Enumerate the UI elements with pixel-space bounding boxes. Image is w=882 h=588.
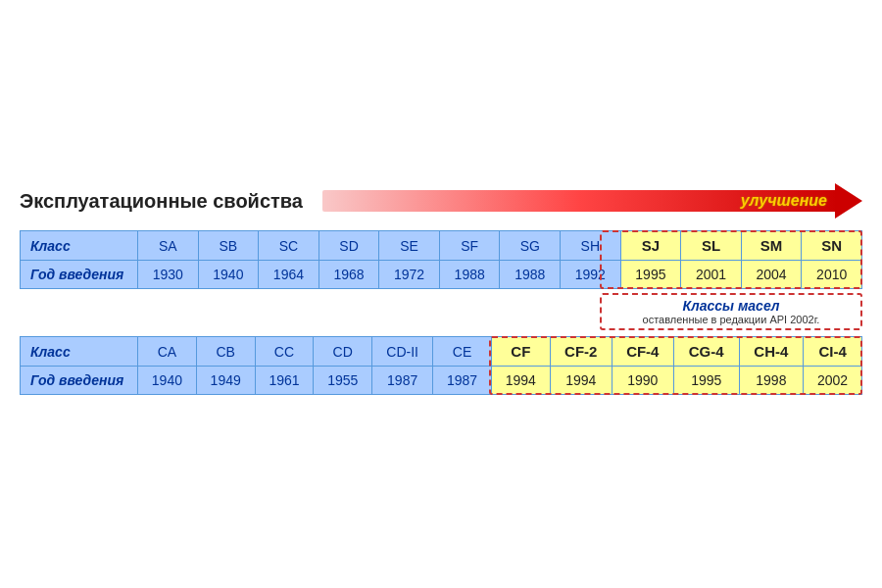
table2-year-CF4: 1990 — [612, 367, 673, 395]
table2-year-CH4: 1998 — [739, 367, 804, 395]
table2-year-CA: 1940 — [138, 367, 197, 395]
table2-class-CH4: CH-4 — [739, 337, 804, 367]
arrow-container: улучшение — [322, 183, 862, 219]
table1-year-SH: 1992 — [561, 261, 621, 289]
table2-wrapper: Класс CA CB CC CD CD-II CE CF CF-2 CF-4 … — [20, 336, 862, 395]
table2-year-CF2: 1994 — [550, 367, 612, 395]
table1-class-SC: SC — [259, 231, 319, 261]
table1-class-SL: SL — [681, 231, 742, 261]
page-title: Эксплуатационные свойства — [20, 190, 303, 213]
table1-class-SA: SA — [138, 231, 199, 261]
table1-class-SE: SE — [379, 231, 440, 261]
note-box: Классы масел оставленные в редакции API … — [600, 293, 862, 330]
table1-year-SD: 1968 — [318, 261, 379, 289]
table2-class-CC: CC — [255, 337, 314, 367]
table2-class-CA: CA — [138, 337, 197, 367]
table1-row1: Класс SA SB SC SD SE SF SG SH SJ SL SM S… — [21, 231, 862, 261]
table2-class-CDII: CD-II — [372, 337, 433, 367]
table1-year-SG: 1988 — [500, 261, 561, 289]
improvement-label: улучшение — [741, 192, 827, 210]
table1-class-SB: SB — [198, 231, 259, 261]
table2-class-CF4: CF-4 — [612, 337, 673, 367]
table1-year-SC: 1964 — [259, 261, 319, 289]
table1-class-SN: SN — [802, 231, 862, 261]
table1-year-label: Год введения — [21, 261, 138, 289]
table1-row2: Год введения 1930 1940 1964 1968 1972 19… — [21, 261, 862, 289]
table2-year-CF: 1994 — [491, 367, 550, 395]
table1-year-SJ: 1995 — [620, 261, 681, 289]
table1-class-SJ: SJ — [620, 231, 681, 261]
table1-class-SM: SM — [741, 231, 802, 261]
table1: Класс SA SB SC SD SE SF SG SH SJ SL SM S… — [20, 230, 862, 289]
table1-class-SF: SF — [439, 231, 500, 261]
table1-year-SL: 2001 — [681, 261, 742, 289]
table2-year-CD: 1955 — [314, 367, 372, 395]
table1-class-label: Класс — [21, 231, 138, 261]
table1-class-SD: SD — [318, 231, 379, 261]
table2-class-CF: CF — [491, 337, 550, 367]
table1-year-SA: 1930 — [138, 261, 199, 289]
table1-year-SB: 1940 — [198, 261, 259, 289]
table2-class-CG4: CG-4 — [673, 337, 739, 367]
table2-year-CDII: 1987 — [372, 367, 433, 395]
table2-class-CD: CD — [314, 337, 372, 367]
table2: Класс CA CB CC CD CD-II CE CF CF-2 CF-4 … — [20, 336, 862, 395]
table1-year-SF: 1988 — [439, 261, 500, 289]
table2-year-label: Год введения — [21, 367, 138, 395]
table1-year-SN: 2010 — [802, 261, 862, 289]
table2-year-CE: 1987 — [433, 367, 492, 395]
table1-year-SM: 2004 — [741, 261, 802, 289]
table2-class-CF2: CF-2 — [550, 337, 612, 367]
table2-year-CI4: 2002 — [804, 367, 862, 395]
header-row: Эксплуатационные свойства улучшение — [20, 183, 862, 219]
arrow-head-icon — [835, 183, 862, 219]
table1-class-SG: SG — [500, 231, 561, 261]
table2-row2: Год введения 1940 1949 1961 1955 1987 19… — [21, 367, 862, 395]
note-title: Классы масел — [608, 298, 855, 314]
table2-class-CE: CE — [433, 337, 492, 367]
note-subtitle: оставленные в редакции API 2002г. — [608, 314, 855, 325]
table2-class-CB: CB — [196, 337, 255, 367]
table1-class-SH: SH — [561, 231, 621, 261]
table1-year-SE: 1972 — [379, 261, 440, 289]
table2-row1: Класс CA CB CC CD CD-II CE CF CF-2 CF-4 … — [21, 337, 862, 367]
main-container: Эксплуатационные свойства улучшение Клас… — [20, 173, 862, 415]
table2-class-label: Класс — [21, 337, 138, 367]
table2-year-CB: 1949 — [196, 367, 255, 395]
table1-wrapper: Класс SA SB SC SD SE SF SG SH SJ SL SM S… — [20, 230, 862, 289]
table2-year-CG4: 1995 — [673, 367, 739, 395]
table2-year-CC: 1961 — [255, 367, 314, 395]
table2-class-CI4: CI-4 — [804, 337, 862, 367]
